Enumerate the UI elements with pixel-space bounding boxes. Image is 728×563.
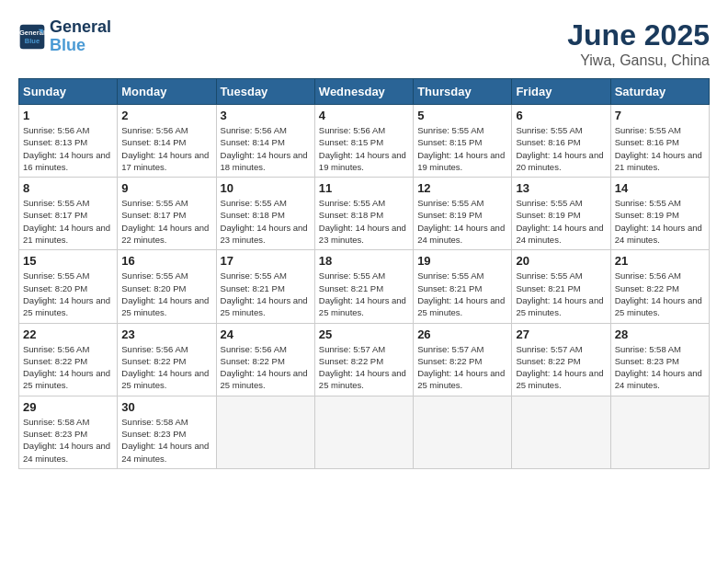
day-info: Sunrise: 5:55 AMSunset: 8:19 PMDaylight:…	[417, 197, 507, 246]
calendar-cell: 23Sunrise: 5:56 AMSunset: 8:22 PMDayligh…	[118, 323, 216, 396]
day-number: 8	[23, 181, 113, 195]
day-header-thursday: Thursday	[414, 79, 512, 105]
calendar-week-1: 1Sunrise: 5:56 AMSunset: 8:13 PMDaylight…	[19, 105, 710, 178]
calendar-cell	[216, 396, 314, 468]
day-number: 7	[615, 109, 705, 122]
day-header-friday: Friday	[512, 79, 610, 105]
day-number: 4	[319, 109, 409, 122]
calendar-cell: 11Sunrise: 5:55 AMSunset: 8:18 PMDayligh…	[314, 178, 413, 250]
calendar-cell	[512, 396, 610, 468]
calendar-cell: 9Sunrise: 5:55 AMSunset: 8:17 PMDaylight…	[118, 178, 216, 250]
day-info: Sunrise: 5:55 AMSunset: 8:21 PMDaylight:…	[221, 270, 311, 318]
calendar-cell: 16Sunrise: 5:55 AMSunset: 8:20 PMDayligh…	[118, 250, 216, 323]
logo: General Blue General Blue	[18, 18, 111, 55]
day-number: 24	[221, 327, 311, 341]
calendar-cell: 5Sunrise: 5:55 AMSunset: 8:15 PMDaylight…	[414, 105, 512, 178]
day-number: 10	[221, 181, 311, 195]
calendar-cell: 14Sunrise: 5:55 AMSunset: 8:19 PMDayligh…	[610, 178, 709, 250]
calendar-week-2: 8Sunrise: 5:55 AMSunset: 8:17 PMDaylight…	[19, 178, 710, 250]
day-info: Sunrise: 5:56 AMSunset: 8:13 PMDaylight:…	[23, 124, 113, 173]
day-number: 23	[121, 327, 211, 341]
calendar-cell: 13Sunrise: 5:55 AMSunset: 8:19 PMDayligh…	[512, 178, 610, 250]
day-number: 28	[615, 327, 705, 341]
day-number: 12	[417, 181, 507, 195]
day-header-monday: Monday	[118, 79, 216, 105]
day-number: 22	[23, 327, 113, 341]
day-info: Sunrise: 5:55 AMSunset: 8:15 PMDaylight:…	[417, 124, 507, 173]
calendar-cell: 29Sunrise: 5:58 AMSunset: 8:23 PMDayligh…	[19, 396, 118, 468]
day-info: Sunrise: 5:58 AMSunset: 8:23 PMDaylight:…	[615, 343, 705, 392]
day-info: Sunrise: 5:58 AMSunset: 8:23 PMDaylight:…	[121, 416, 211, 465]
day-info: Sunrise: 5:56 AMSunset: 8:22 PMDaylight:…	[615, 270, 705, 318]
calendar-cell	[414, 396, 512, 468]
day-info: Sunrise: 5:55 AMSunset: 8:19 PMDaylight:…	[615, 197, 705, 246]
calendar-cell: 20Sunrise: 5:55 AMSunset: 8:21 PMDayligh…	[512, 250, 610, 323]
calendar-cell	[610, 396, 709, 468]
svg-text:Blue: Blue	[25, 36, 40, 44]
calendar-table: SundayMondayTuesdayWednesdayThursdayFrid…	[18, 78, 710, 469]
day-header-saturday: Saturday	[610, 79, 709, 105]
day-info: Sunrise: 5:55 AMSunset: 8:16 PMDaylight:…	[615, 124, 705, 173]
calendar-cell: 8Sunrise: 5:55 AMSunset: 8:17 PMDaylight…	[19, 178, 118, 250]
day-number: 16	[121, 254, 211, 268]
day-info: Sunrise: 5:55 AMSunset: 8:19 PMDaylight:…	[516, 197, 606, 246]
day-number: 21	[615, 254, 705, 268]
day-info: Sunrise: 5:57 AMSunset: 8:22 PMDaylight:…	[417, 343, 507, 392]
day-header-wednesday: Wednesday	[314, 79, 413, 105]
day-info: Sunrise: 5:55 AMSunset: 8:18 PMDaylight:…	[221, 197, 311, 246]
calendar-subtitle: Yiwa, Gansu, China	[567, 52, 710, 69]
day-info: Sunrise: 5:55 AMSunset: 8:20 PMDaylight:…	[23, 270, 113, 318]
day-number: 1	[23, 109, 113, 122]
day-info: Sunrise: 5:57 AMSunset: 8:22 PMDaylight:…	[319, 343, 409, 392]
calendar-cell: 7Sunrise: 5:55 AMSunset: 8:16 PMDaylight…	[610, 105, 709, 178]
day-info: Sunrise: 5:58 AMSunset: 8:23 PMDaylight:…	[23, 416, 113, 465]
calendar-cell: 25Sunrise: 5:57 AMSunset: 8:22 PMDayligh…	[314, 323, 413, 396]
day-number: 2	[121, 109, 211, 122]
day-info: Sunrise: 5:56 AMSunset: 8:15 PMDaylight:…	[319, 124, 409, 173]
logo-icon: General Blue	[18, 23, 46, 51]
day-number: 15	[23, 254, 113, 268]
day-number: 18	[319, 254, 409, 268]
logo-text: General Blue	[50, 18, 111, 55]
calendar-cell: 4Sunrise: 5:56 AMSunset: 8:15 PMDaylight…	[314, 105, 413, 178]
calendar-cell: 1Sunrise: 5:56 AMSunset: 8:13 PMDaylight…	[19, 105, 118, 178]
calendar-cell: 6Sunrise: 5:55 AMSunset: 8:16 PMDaylight…	[512, 105, 610, 178]
calendar-week-5: 29Sunrise: 5:58 AMSunset: 8:23 PMDayligh…	[19, 396, 710, 468]
calendar-cell: 18Sunrise: 5:55 AMSunset: 8:21 PMDayligh…	[314, 250, 413, 323]
calendar-cell: 15Sunrise: 5:55 AMSunset: 8:20 PMDayligh…	[19, 250, 118, 323]
day-info: Sunrise: 5:55 AMSunset: 8:21 PMDaylight:…	[417, 270, 507, 318]
day-number: 17	[221, 254, 311, 268]
calendar-cell	[314, 396, 413, 468]
calendar-cell: 27Sunrise: 5:57 AMSunset: 8:22 PMDayligh…	[512, 323, 610, 396]
day-number: 25	[319, 327, 409, 341]
day-info: Sunrise: 5:56 AMSunset: 8:22 PMDaylight:…	[23, 343, 113, 392]
title-area: June 2025 Yiwa, Gansu, China	[567, 18, 710, 69]
day-info: Sunrise: 5:56 AMSunset: 8:14 PMDaylight:…	[121, 124, 211, 173]
calendar-cell: 10Sunrise: 5:55 AMSunset: 8:18 PMDayligh…	[216, 178, 314, 250]
day-number: 3	[221, 109, 311, 122]
day-info: Sunrise: 5:55 AMSunset: 8:21 PMDaylight:…	[319, 270, 409, 318]
calendar-week-3: 15Sunrise: 5:55 AMSunset: 8:20 PMDayligh…	[19, 250, 710, 323]
calendar-cell: 12Sunrise: 5:55 AMSunset: 8:19 PMDayligh…	[414, 178, 512, 250]
calendar-body: 1Sunrise: 5:56 AMSunset: 8:13 PMDaylight…	[19, 105, 710, 469]
calendar-cell: 2Sunrise: 5:56 AMSunset: 8:14 PMDaylight…	[118, 105, 216, 178]
day-number: 20	[516, 254, 606, 268]
calendar-cell: 19Sunrise: 5:55 AMSunset: 8:21 PMDayligh…	[414, 250, 512, 323]
day-number: 9	[121, 181, 211, 195]
calendar-cell: 30Sunrise: 5:58 AMSunset: 8:23 PMDayligh…	[118, 396, 216, 468]
header: General Blue General Blue June 2025 Yiwa…	[18, 18, 710, 69]
day-number: 26	[417, 327, 507, 341]
day-header-sunday: Sunday	[19, 79, 118, 105]
day-info: Sunrise: 5:56 AMSunset: 8:22 PMDaylight:…	[121, 343, 211, 392]
day-number: 5	[417, 109, 507, 122]
calendar-week-4: 22Sunrise: 5:56 AMSunset: 8:22 PMDayligh…	[19, 323, 710, 396]
day-number: 19	[417, 254, 507, 268]
day-header-tuesday: Tuesday	[216, 79, 314, 105]
calendar-cell: 26Sunrise: 5:57 AMSunset: 8:22 PMDayligh…	[414, 323, 512, 396]
day-number: 13	[516, 181, 606, 195]
day-number: 30	[121, 400, 211, 414]
calendar-cell: 17Sunrise: 5:55 AMSunset: 8:21 PMDayligh…	[216, 250, 314, 323]
day-number: 14	[615, 181, 705, 195]
day-number: 11	[319, 181, 409, 195]
day-info: Sunrise: 5:55 AMSunset: 8:17 PMDaylight:…	[23, 197, 113, 246]
